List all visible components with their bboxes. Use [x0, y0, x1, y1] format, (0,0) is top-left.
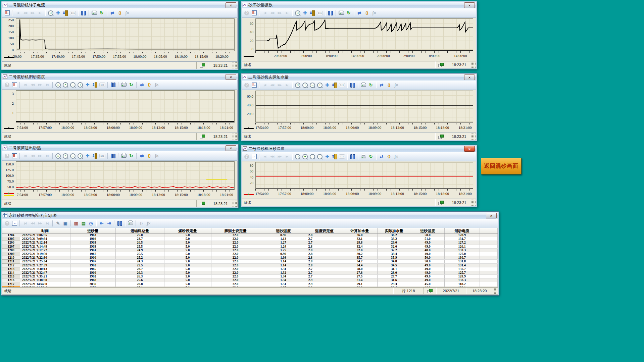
refresh-icon[interactable]: ↻ — [128, 82, 135, 88]
refresh-icon[interactable]: ↻ — [367, 82, 374, 89]
nav-last-icon[interactable]: ▶| — [284, 82, 290, 89]
vscale-icon[interactable] — [92, 153, 98, 159]
refresh-icon[interactable]: ↻ — [367, 153, 374, 160]
nav-first-icon[interactable]: |◀ — [22, 153, 29, 159]
resize-grip[interactable] — [233, 133, 237, 140]
help-icon[interactable]: ? — [4, 153, 10, 159]
nav-last-icon[interactable]: ▶| — [284, 10, 290, 16]
zoom-box-icon[interactable]: □ — [294, 82, 301, 89]
table-row[interactable]: 12102022/7/21 7:22:30196625.25.022.01.08… — [2, 256, 498, 260]
zoom-h-icon[interactable]: ↔ — [69, 153, 76, 159]
pause-icon[interactable] — [110, 153, 116, 159]
close-icon[interactable]: × — [226, 2, 236, 8]
page-left-icon[interactable]: ⇤ — [98, 220, 105, 227]
panel-icon[interactable] — [11, 82, 18, 88]
print-icon[interactable] — [338, 10, 345, 16]
nav-last-icon[interactable]: ▶| — [44, 82, 51, 88]
refresh-icon[interactable]: ↻ — [345, 10, 352, 16]
zoom-h-icon[interactable]: ↔ — [309, 82, 316, 89]
brackets-dis-icon[interactable]: {} — [138, 220, 145, 227]
resize-grip[interactable] — [471, 133, 476, 140]
axes-swap-icon[interactable]: ⇄ — [139, 153, 145, 159]
zoom-box-icon[interactable]: □ — [55, 153, 61, 159]
zoom-box-icon[interactable]: □ — [294, 153, 301, 160]
nav-first-icon[interactable]: |◀ — [22, 82, 29, 88]
nav-prev-icon[interactable]: ◀◀ — [269, 153, 276, 160]
nav-prev-icon[interactable]: ◀◀ — [269, 10, 276, 16]
one2one-icon[interactable]: 1:1 — [316, 10, 323, 16]
zoom-h-icon[interactable]: ↔ — [69, 82, 76, 88]
nav-last-icon[interactable]: ▶| — [44, 153, 51, 159]
integral-icon[interactable]: ∫× — [153, 82, 160, 88]
zoom-v-icon[interactable]: ↕ — [77, 153, 84, 159]
nav-next-icon[interactable]: ▶▶ — [37, 220, 43, 227]
zoom-in-icon[interactable]: + — [62, 82, 69, 88]
table-row[interactable]: 12142022/7/21 7:32:47196626.35.022.01.32… — [2, 271, 498, 274]
nav-first-icon[interactable]: |◀ — [14, 10, 21, 16]
print-icon[interactable] — [360, 153, 367, 160]
pause-icon[interactable] — [116, 220, 123, 227]
pan-icon[interactable]: ✚ — [84, 153, 91, 159]
panel-icon[interactable] — [11, 153, 18, 159]
help-icon[interactable]: ? — [243, 82, 250, 89]
integral-icon[interactable]: ∫× — [393, 153, 400, 160]
close-icon[interactable]: × — [226, 145, 236, 151]
nav-next-icon[interactable]: ▶▶ — [37, 82, 43, 88]
clock-icon[interactable]: ◷ — [88, 220, 94, 227]
vscale-icon[interactable] — [331, 153, 338, 160]
print-icon[interactable] — [91, 10, 98, 16]
pause-icon[interactable] — [349, 153, 356, 160]
one2one-icon[interactable]: 1:1 — [99, 153, 106, 159]
table-row[interactable]: 12092022/7/21 7:19:56196725.55.022.00.90… — [2, 252, 498, 256]
copy-icon[interactable]: ▣ — [62, 220, 69, 227]
table-row[interactable]: 12172022/7/21 14:47:0203626.85.022.01.51… — [2, 282, 498, 286]
integral-icon[interactable]: ∫× — [124, 10, 131, 16]
nav-last-icon[interactable]: ▶| — [37, 10, 43, 16]
axes-swap-icon[interactable]: ⇄ — [356, 10, 363, 16]
pan-icon[interactable]: ✚ — [55, 10, 61, 16]
brackets-icon[interactable]: {} — [386, 153, 392, 160]
close-icon[interactable]: × — [226, 74, 236, 80]
nav-prev-icon[interactable]: ◀◀ — [269, 82, 276, 89]
resize-grip[interactable] — [493, 288, 498, 294]
zoom-box-icon[interactable]: □ — [55, 82, 61, 88]
nav-first-icon[interactable]: |◀ — [261, 82, 268, 89]
table-row[interactable]: 12122022/7/21 7:27:39196225.55.022.01.14… — [2, 263, 498, 267]
table-row[interactable]: 12072022/7/21 7:14:48196325.55.022.01.24… — [2, 245, 498, 248]
zoom-v-icon[interactable]: ↕ — [316, 82, 323, 89]
return-button[interactable]: 返回混砂画面 — [481, 158, 522, 174]
pan-icon[interactable]: ✚ — [324, 153, 331, 160]
zoom-box-icon[interactable]: □ — [47, 10, 54, 16]
pan-icon[interactable]: ✚ — [84, 82, 91, 88]
nav-next-icon[interactable]: ▶▶ — [29, 10, 36, 16]
close-icon[interactable]: × — [464, 146, 475, 152]
vscale-icon[interactable] — [331, 82, 338, 89]
trend-plot-area[interactable] — [16, 161, 235, 190]
refresh-icon[interactable]: ↻ — [98, 10, 105, 16]
panel-icon[interactable] — [251, 153, 257, 160]
zoom-v-icon[interactable]: ↕ — [316, 153, 323, 160]
one2one-icon[interactable]: 1:1 — [339, 82, 345, 89]
trend-plot-area[interactable] — [16, 18, 235, 51]
trend-plot-area[interactable] — [255, 162, 473, 189]
nav-next-icon[interactable]: ▶▶ — [276, 153, 283, 160]
axes-swap-icon[interactable]: ⇄ — [139, 82, 145, 88]
brackets-icon[interactable]: {} — [146, 153, 153, 159]
panel-icon[interactable] — [11, 220, 18, 227]
nav-last-icon[interactable]: ▶| — [44, 220, 51, 227]
print-icon[interactable] — [360, 82, 367, 89]
refresh-icon[interactable]: ↻ — [128, 153, 135, 159]
nav-prev-icon[interactable]: ◀◀ — [29, 220, 36, 227]
close-icon[interactable]: × — [486, 213, 497, 218]
one2one-icon[interactable]: 1:1 — [339, 153, 345, 160]
nav-prev-icon[interactable]: ◀◀ — [22, 10, 29, 16]
help-icon[interactable]: ? — [4, 82, 10, 88]
nav-next-icon[interactable]: ▶▶ — [276, 10, 283, 16]
trend-plot-area[interactable] — [16, 90, 235, 122]
help-icon[interactable]: ? — [243, 153, 250, 160]
nav-first-icon[interactable]: |◀ — [261, 153, 268, 160]
trend-plot-area[interactable] — [255, 91, 473, 122]
nav-next-icon[interactable]: ▶▶ — [37, 153, 43, 159]
resize-grip[interactable] — [471, 61, 476, 68]
integral-icon[interactable]: ∫× — [393, 82, 400, 89]
